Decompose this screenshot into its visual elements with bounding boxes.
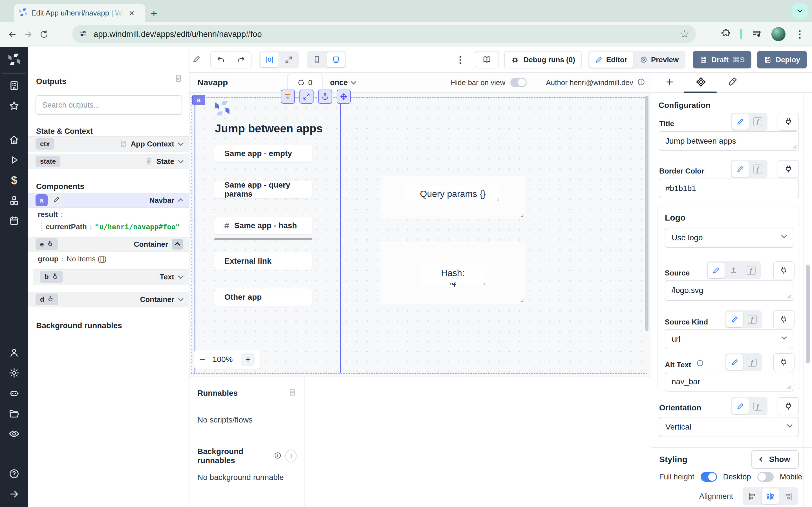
panel-doc-icon[interactable] — [288, 388, 297, 398]
chevron-down-icon[interactable] — [178, 140, 184, 146]
profile-avatar[interactable] — [771, 27, 785, 41]
sidebar-item-favorites[interactable] — [0, 96, 28, 116]
fullscreen-layout-toggle[interactable] — [280, 52, 298, 67]
sidebar-item-audit[interactable] — [0, 424, 28, 444]
refresh-count-button[interactable]: 0 — [287, 74, 322, 91]
add-background-runnable-button[interactable]: + — [285, 450, 297, 462]
static-pencil-icon[interactable] — [726, 354, 743, 370]
alt-text-input[interactable]: nav_bar — [665, 372, 794, 392]
new-tab-button[interactable]: + — [148, 7, 160, 20]
run-mode-select[interactable]: once — [330, 78, 348, 87]
sidebar-item-users[interactable] — [0, 342, 28, 363]
sidebar-item-schedules[interactable] — [0, 211, 28, 231]
orientation-select[interactable]: Vertical — [659, 417, 799, 437]
nav-link-same-hash[interactable]: # Same app - hash — [214, 217, 312, 234]
tab-search-button[interactable] — [792, 3, 808, 18]
back-button[interactable] — [4, 26, 20, 42]
static-pencil-icon[interactable] — [732, 398, 749, 414]
url-text[interactable]: app.windmill.dev/apps/edit/u/henri/navap… — [94, 30, 674, 39]
draft-button[interactable]: Draft ⌘S — [693, 51, 751, 68]
zoom-out-button[interactable]: − — [200, 354, 205, 365]
alt-connect-plug-button[interactable] — [773, 353, 795, 371]
deploy-button[interactable]: Deploy — [757, 51, 807, 68]
sidebar-item-settings[interactable] — [0, 363, 28, 383]
title-connect-plug-button[interactable] — [777, 113, 799, 131]
expand-down-tool[interactable] — [281, 90, 295, 104]
source-kind-select[interactable]: url — [665, 329, 794, 349]
panel-doc-icon[interactable] — [174, 74, 183, 83]
docs-button[interactable] — [475, 51, 499, 68]
static-pencil-icon[interactable] — [726, 312, 743, 327]
move-tool[interactable] — [337, 90, 351, 104]
zoom-in-button[interactable]: + — [241, 353, 255, 366]
hide-bar-toggle[interactable] — [510, 78, 527, 87]
canvas-scrollbar[interactable] — [645, 96, 649, 331]
tab-close-icon[interactable]: × — [129, 8, 135, 18]
browser-tab[interactable]: Edit App u/henri/navapp | Win × — [14, 4, 145, 22]
header-menu-icon[interactable]: ⋮ — [456, 54, 465, 65]
border-connect-plug-button[interactable] — [777, 160, 799, 178]
drag-handle-strip[interactable] — [190, 98, 193, 373]
info-icon[interactable] — [637, 78, 645, 87]
search-outputs-input[interactable] — [36, 95, 182, 115]
fx-icon[interactable]: ƒ — [744, 354, 761, 370]
fx-icon[interactable]: ƒ — [749, 114, 766, 129]
redo-button[interactable] — [231, 52, 251, 68]
sidebar-item-runs[interactable] — [0, 150, 28, 170]
nav-link-same-empty[interactable]: Same app - empty — [214, 145, 312, 162]
info-icon[interactable] — [696, 359, 704, 368]
styling-brush-tab[interactable] — [727, 77, 737, 88]
editor-tab[interactable]: Editor — [589, 52, 633, 68]
align-center-button[interactable] — [762, 489, 779, 504]
full-height-mobile-toggle[interactable] — [757, 472, 774, 482]
query-params-container[interactable]: Query params {} — [380, 176, 525, 219]
mobile-view-toggle[interactable] — [308, 52, 326, 67]
component-row-text-b[interactable]: b Text — [33, 269, 190, 284]
component-row-container-d[interactable]: d Container — [28, 292, 190, 307]
static-pencil-icon[interactable] — [708, 263, 725, 278]
logo-select[interactable]: Use logo — [665, 228, 794, 248]
nav-link-other-app[interactable]: Other app — [214, 288, 312, 306]
fx-icon[interactable]: ƒ — [743, 263, 760, 278]
help-icon[interactable] — [0, 464, 28, 484]
sidebar-item-folders[interactable] — [0, 403, 28, 424]
forward-button[interactable] — [20, 26, 36, 42]
extensions-icon[interactable] — [721, 29, 731, 40]
fx-icon[interactable]: ƒ — [744, 312, 761, 327]
site-settings-icon[interactable] — [79, 29, 87, 39]
source-kind-connect-plug-button[interactable] — [773, 311, 795, 328]
edit-title-pencil-icon[interactable] — [192, 55, 201, 64]
full-height-desktop-toggle[interactable] — [701, 472, 717, 482]
undo-button[interactable] — [211, 52, 231, 68]
preview-tab[interactable]: Preview — [634, 52, 684, 68]
desktop-view-toggle[interactable] — [327, 52, 345, 67]
browser-menu-icon[interactable]: ⋮ — [795, 29, 805, 40]
info-icon[interactable] — [274, 452, 282, 460]
nav-link-same-query[interactable]: Same app - query params — [214, 181, 312, 198]
reload-button[interactable] — [36, 26, 52, 42]
collapse-button[interactable] — [172, 239, 183, 249]
align-right-button[interactable] — [780, 489, 797, 504]
hash-container[interactable]: Hash: "f — [380, 242, 525, 304]
sidebar-item-variables[interactable]: $ — [0, 170, 28, 190]
sidebar-item-workers[interactable] — [0, 383, 28, 403]
sidebar-item-workspace[interactable] — [0, 75, 28, 96]
collapse-sidebar-icon[interactable] — [0, 484, 28, 504]
bookmark-star-icon[interactable]: ☆ — [680, 28, 689, 40]
media-controls-icon[interactable] — [752, 29, 762, 40]
chevron-down-icon[interactable] — [178, 158, 184, 163]
sidebar-item-resources[interactable] — [0, 190, 28, 211]
styling-show-button[interactable]: Show — [751, 450, 799, 469]
component-settings-tab[interactable] — [696, 77, 706, 88]
pencil-icon[interactable] — [50, 196, 63, 205]
component-row-navbar[interactable]: a Navbar — [28, 193, 190, 208]
component-row-container-e[interactable]: e Container — [28, 237, 190, 252]
output-row-state[interactable]: state State — [28, 154, 190, 169]
static-pencil-icon[interactable] — [732, 114, 749, 129]
border-color-input[interactable]: #b1b1b1 — [659, 179, 799, 198]
nav-link-external[interactable]: External link — [214, 252, 312, 270]
url-bar[interactable]: app.windmill.dev/apps/edit/u/henri/navap… — [72, 25, 696, 43]
windmill-logo-icon[interactable] — [0, 47, 28, 71]
sidebar-item-home[interactable] — [0, 129, 28, 150]
fullsize-tool[interactable] — [299, 90, 313, 104]
